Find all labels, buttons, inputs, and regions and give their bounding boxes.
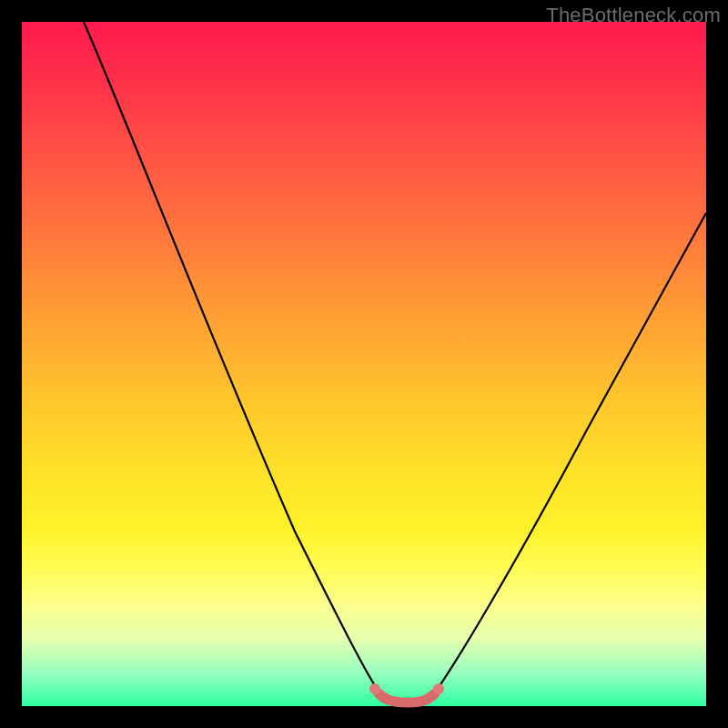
- plot-area: [22, 22, 706, 706]
- marker-dot-right: [433, 683, 444, 694]
- bottom-band: [379, 693, 435, 703]
- chart-frame: TheBottleneck.com: [0, 0, 728, 728]
- curve-layer: [22, 22, 706, 706]
- watermark-text: TheBottleneck.com: [546, 4, 721, 27]
- right-curve: [433, 213, 706, 695]
- marker-dot-left: [369, 683, 380, 694]
- left-curve: [84, 22, 381, 695]
